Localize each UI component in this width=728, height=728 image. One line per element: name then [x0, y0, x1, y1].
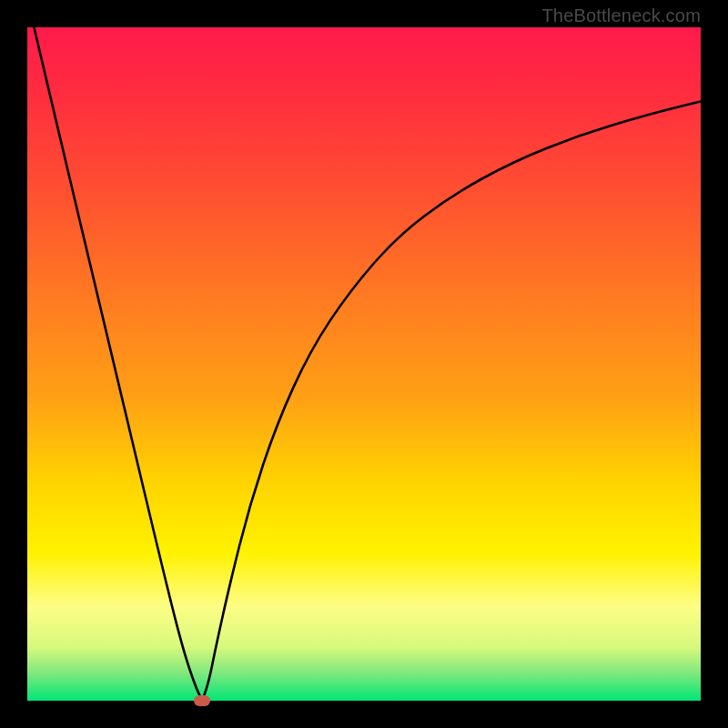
watermark-text: TheBottleneck.com: [541, 5, 701, 26]
curve-path: [34, 27, 701, 701]
bottleneck-curve: [27, 27, 701, 701]
chart-container: TheBottleneck.com: [0, 0, 728, 728]
minimum-marker: [194, 695, 210, 706]
plot-area: [27, 27, 701, 701]
